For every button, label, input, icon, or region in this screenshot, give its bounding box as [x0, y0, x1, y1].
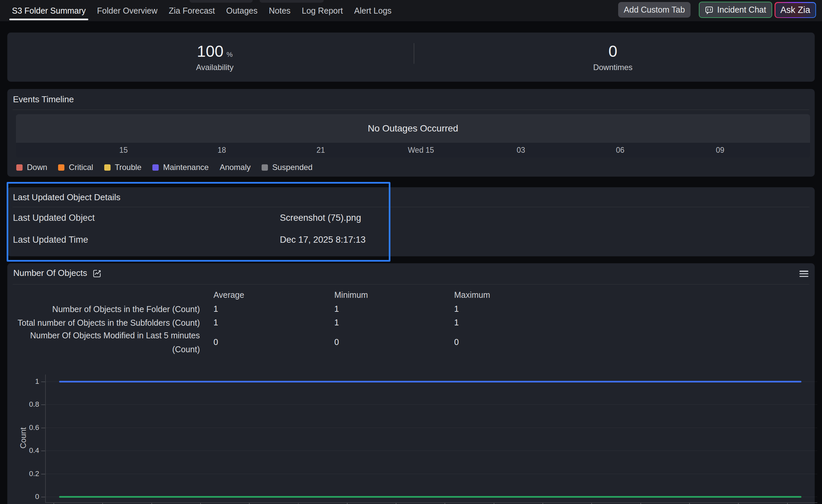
axis-label: Wed 15	[398, 143, 444, 157]
trend-chart-icon[interactable]	[92, 269, 102, 278]
legend-swatch-trouble	[104, 164, 110, 171]
table-cell: 0	[454, 337, 459, 347]
gridline	[45, 451, 817, 451]
ask-zia-label: Ask Zia	[780, 5, 810, 15]
events-timeline-panel: Events Timeline No Outages Occurred 15 1…	[7, 89, 815, 177]
availability-summary-panel: 100 % Availability 0 Downtimes	[7, 33, 815, 82]
ask-zia-button[interactable]: Ask Zia	[775, 2, 816, 18]
legend-label: Maintenance	[163, 163, 209, 172]
tab-notes[interactable]: Notes	[266, 0, 293, 21]
legend-item-suspended: Suspended	[262, 163, 312, 172]
tab-label: Alert Logs	[354, 6, 392, 16]
events-timeline-title: Events Timeline	[13, 94, 74, 105]
table-row-label: Total number of Objects in the Subfolder…	[12, 316, 200, 330]
series-line-objects-in-folder	[59, 381, 801, 383]
legend-swatch-critical	[58, 164, 64, 171]
y-tick-label: 0.2	[10, 469, 39, 478]
y-tick	[41, 497, 45, 497]
legend-label: Anomaly	[220, 163, 251, 172]
table-cell: 1	[214, 304, 218, 314]
legend-item-maintenance: Maintenance	[152, 163, 209, 172]
tab-label: Outages	[226, 6, 258, 16]
number-of-objects-panel: Number Of Objects Average Minimum Maximu…	[7, 263, 815, 504]
availability-unit: %	[227, 50, 233, 58]
y-tick-label: 1	[10, 377, 39, 386]
table-cell: 1	[334, 318, 339, 327]
column-header-maximum: Maximum	[454, 290, 490, 300]
incident-chat-button[interactable]: Incident Chat	[699, 2, 772, 18]
timeline-axis: 15 18 21 Wed 15 03 06 09	[16, 143, 810, 157]
legend-swatch-down	[16, 164, 23, 171]
legend-item-trouble: Trouble	[104, 163, 141, 172]
series-line-objects-modified	[59, 496, 801, 498]
tab-label: Zia Forecast	[169, 6, 215, 16]
tab-log-report[interactable]: Log Report	[299, 0, 346, 21]
tab-label: Log Report	[302, 6, 343, 16]
availability-value: 100	[197, 42, 224, 60]
divider	[13, 109, 809, 110]
gridline	[45, 474, 817, 474]
axis-label: 03	[498, 143, 544, 157]
y-tick-label: 0.4	[10, 446, 39, 455]
legend-item-critical: Critical	[58, 163, 93, 172]
tab-s3-folder-summary[interactable]: S3 Folder Summary	[9, 0, 88, 21]
y-tick	[41, 382, 45, 382]
legend-item-anomaly: Anomaly	[220, 163, 251, 172]
availability-label: Availability	[196, 63, 234, 72]
last-updated-object-label: Last Updated Object	[13, 213, 95, 223]
downtimes-block: 0 Downtimes	[411, 33, 815, 82]
legend-label: Critical	[69, 163, 93, 172]
last-updated-time-value: Dec 17, 2025 8:17:13	[280, 235, 366, 245]
number-of-objects-title: Number Of Objects	[13, 268, 87, 278]
table-row-label: Number of Objects in the Folder (Count)	[12, 302, 200, 316]
y-tick	[41, 404, 45, 405]
y-axis-line	[45, 375, 46, 503]
gridline	[45, 404, 817, 405]
panel-divider	[414, 43, 414, 64]
axis-label: 21	[298, 143, 344, 157]
tab-zia-forecast[interactable]: Zia Forecast	[166, 0, 218, 21]
legend-label: Down	[27, 163, 47, 172]
panel-menu-icon[interactable]	[799, 271, 808, 277]
divider	[13, 284, 809, 285]
last-updated-panel: Last Updated Object Details Last Updated…	[7, 187, 815, 256]
tab-folder-overview[interactable]: Folder Overview	[94, 0, 160, 21]
legend-label: Suspended	[272, 163, 312, 172]
y-tick	[41, 474, 45, 474]
gridline	[45, 428, 817, 428]
y-tick	[41, 428, 45, 428]
tab-alert-logs[interactable]: Alert Logs	[352, 0, 394, 21]
timeline-chart[interactable]: No Outages Occurred 15 18 21 Wed 15 03 0…	[16, 114, 810, 157]
table-cell: 0	[214, 337, 218, 347]
tab-label: Notes	[269, 6, 291, 16]
tab-outages[interactable]: Outages	[224, 0, 260, 21]
table-cell: 1	[454, 304, 459, 314]
tab-bar: S3 Folder Summary Folder Overview Zia Fo…	[9, 0, 394, 21]
last-updated-time-label: Last Updated Time	[13, 235, 88, 245]
axis-label: 15	[100, 143, 147, 157]
column-header-minimum: Minimum	[334, 290, 368, 300]
axis-label: 09	[697, 143, 743, 157]
y-tick-label: 0.6	[10, 423, 39, 432]
incident-chat-label: Incident Chat	[717, 5, 766, 15]
legend-label: Trouble	[115, 163, 141, 172]
column-header-average: Average	[214, 290, 244, 300]
table-cell: 1	[334, 304, 339, 314]
downtimes-label: Downtimes	[593, 63, 633, 72]
y-tick	[41, 451, 45, 451]
timeline-legend: Down Critical Trouble Maintenance Anomal…	[16, 163, 312, 172]
add-custom-tab-button[interactable]: Add Custom Tab	[618, 2, 691, 18]
tab-label: S3 Folder Summary	[12, 6, 86, 16]
last-updated-object-value: Screenshot (75).png	[280, 213, 361, 223]
axis-label: 18	[198, 143, 245, 157]
top-navigation-bar: S3 Folder Summary Folder Overview Zia Fo…	[0, 0, 822, 21]
tab-label: Folder Overview	[97, 6, 157, 16]
divider	[13, 207, 809, 207]
downtimes-value: 0	[608, 42, 618, 60]
legend-swatch-maintenance	[152, 164, 159, 171]
availability-block: 100 % Availability	[7, 33, 411, 82]
no-outages-banner: No Outages Occurred	[16, 114, 810, 143]
table-cell: 0	[334, 337, 339, 347]
legend-item-down: Down	[16, 163, 47, 172]
table-row-label: Number Of Objects Modified in Last 5 min…	[12, 328, 200, 356]
